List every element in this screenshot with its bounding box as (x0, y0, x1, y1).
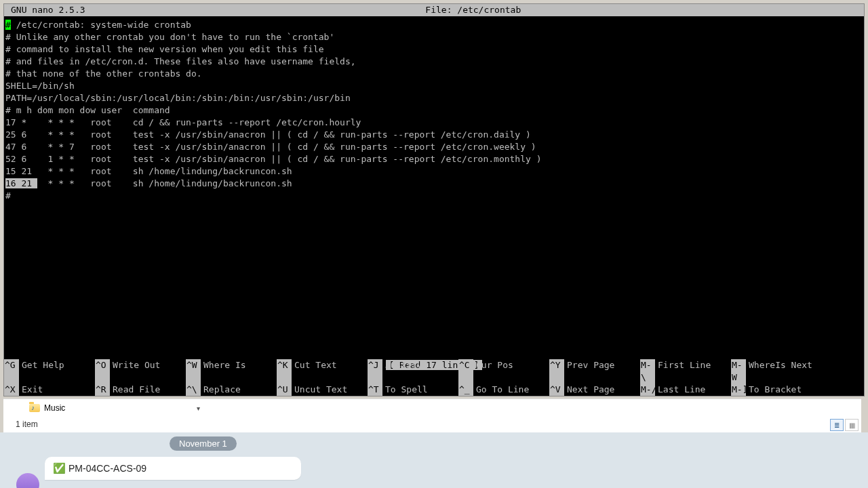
shortcut-label: Justify (382, 359, 422, 384)
shortcut-to-spell[interactable]: ^TTo Spell (368, 384, 458, 396)
check-icon: ✅ (53, 462, 66, 474)
shortcut-label: Uncut Text (292, 384, 347, 396)
editor-line: # m h dom mon dow user command (5, 104, 863, 117)
editor-line: 25 6 * * * root test -x /usr/sbin/anacro… (5, 129, 863, 141)
shortcut-key: ^V (549, 384, 564, 396)
shortcut-prev-page[interactable]: ^YPrev Page (549, 359, 640, 384)
shortcut-justify[interactable]: ^JJustify (368, 359, 458, 384)
shortcut-key: ^J (368, 359, 382, 384)
editor-line: 52 6 1 * * root test -x /usr/sbin/anacro… (5, 153, 863, 165)
nano-app-name: GNU nano 2.5.3 (7, 4, 85, 16)
shortcut-label: Get Help (19, 359, 64, 384)
shortcut-label: Next Page (564, 384, 614, 396)
editor-line: # (5, 190, 863, 202)
editor-line: 17 * * * * root cd / && run-parts --repo… (5, 117, 863, 129)
shortcut-label: To Bracket (746, 384, 802, 396)
chat-panel: November 1 ✅PM-04CC-ACS-09 ↖ (0, 432, 868, 488)
shortcut-label: To Spell (382, 384, 428, 396)
shortcut-cur-pos[interactable]: ^CCur Pos (458, 359, 549, 384)
editor-line: 47 6 * * 7 root test -x /usr/sbin/anacro… (5, 141, 863, 153)
editor-line: # that none of the other crontabs do. (5, 68, 863, 80)
shortcut-uncut-text[interactable]: ^UUncut Text (277, 384, 368, 396)
shortcut-label: Go To Line (473, 384, 529, 396)
shortcut-key: ^W (186, 359, 201, 384)
shortcut-label: Exit (19, 384, 43, 396)
shortcut-key: ^R (95, 384, 110, 396)
view-toggle-group: ≣ ▦ (830, 419, 859, 431)
shortcut-key: ^O (95, 359, 110, 384)
breadcrumb-folder: Music (44, 403, 65, 413)
editor-content[interactable]: # /etc/crontab: system-wide crontab# Unl… (4, 16, 864, 202)
shortcut-label: First Line (655, 359, 711, 384)
shortcut-key: M-/ (640, 384, 655, 396)
shortcut-label: WhereIs Next (746, 359, 812, 384)
explorer-status: 1 item (3, 417, 861, 432)
file-explorer-bar: ♪ Music ▾ 1 item ≣ ▦ (3, 399, 861, 432)
editor-line: PATH=/usr/local/sbin:/usr/local/bin:/sbi… (5, 92, 863, 104)
shortcut-where-is[interactable]: ^WWhere Is (186, 359, 277, 384)
shortcut-key: ^U (277, 384, 292, 396)
chat-date-pill: November 1 (170, 436, 237, 451)
avatar[interactable] (16, 473, 39, 488)
shortcut-key: ^_ (458, 384, 473, 396)
editor-line: # command to install the new version whe… (5, 43, 863, 56)
shortcut-exit[interactable]: ^XExit (4, 384, 95, 396)
view-details-button[interactable]: ≣ (830, 419, 844, 431)
shortcut-next-page[interactable]: ^VNext Page (549, 384, 640, 396)
shortcut-label: Where Is (201, 359, 246, 384)
shortcut-label: Prev Page (564, 359, 614, 384)
editor-line: 15 21 * * * root sh /home/lindung/backru… (5, 165, 863, 178)
shortcut-go-to-line[interactable]: ^_Go To Line (458, 384, 549, 396)
shortcut-key: M-\ (640, 359, 655, 384)
shortcut-label: Cur Pos (473, 359, 513, 384)
shortcut-label: Write Out (110, 359, 160, 384)
shortcut-key: ^C (458, 359, 473, 384)
shortcut-write-out[interactable]: ^OWrite Out (95, 359, 186, 384)
editor-line: 16 21 * * * root sh /home/lindung/backru… (5, 178, 863, 190)
shortcut-label: Last Line (655, 384, 705, 396)
chat-message-text: PM-04CC-ACS-09 (68, 463, 146, 474)
editor-line: SHELL=/bin/sh (5, 80, 863, 92)
shortcut-label: Replace (201, 384, 241, 396)
nano-file-name: File: /etc/crontab (85, 4, 861, 16)
shortcut-get-help[interactable]: ^GGet Help (4, 359, 95, 384)
chat-message[interactable]: ✅PM-04CC-ACS-09 (45, 457, 301, 480)
breadcrumb[interactable]: ♪ Music ▾ (3, 399, 861, 417)
editor-line: # Unlike any other crontab you don't hav… (5, 31, 863, 43)
shortcut-label: Read File (110, 384, 160, 396)
shortcut-key: ^G (4, 359, 19, 384)
shortcut-cut-text[interactable]: ^KCut Text (277, 359, 368, 384)
view-icons-button[interactable]: ▦ (845, 419, 859, 431)
shortcut-label: Cut Text (292, 359, 337, 384)
shortcut-key: ^Y (549, 359, 564, 384)
shortcut-key: ^X (4, 384, 19, 396)
nano-shortcut-bar: ^GGet Help^OWrite Out^WWhere Is^KCut Tex… (4, 359, 864, 396)
terminal-window: GNU nano 2.5.3 File: /etc/crontab # /etc… (3, 3, 865, 396)
shortcut-key: M-] (731, 384, 746, 396)
shortcut-key: M-W (731, 359, 746, 384)
nano-title-bar: GNU nano 2.5.3 File: /etc/crontab (4, 4, 864, 16)
shortcut-to-bracket[interactable]: M-]To Bracket (731, 384, 822, 396)
shortcut-key: ^T (368, 384, 382, 396)
shortcut-key: ^K (277, 359, 292, 384)
shortcut-replace[interactable]: ^\Replace (186, 384, 277, 396)
chevron-down-icon[interactable]: ▾ (197, 405, 200, 412)
folder-icon: ♪ (29, 404, 40, 412)
shortcut-last-line[interactable]: M-/Last Line (640, 384, 731, 396)
shortcut-first-line[interactable]: M-\First Line (640, 359, 731, 384)
shortcut-read-file[interactable]: ^RRead File (95, 384, 186, 396)
shortcut-whereis-next[interactable]: M-WWhereIs Next (731, 359, 822, 384)
editor-line: # /etc/crontab: system-wide crontab (5, 19, 863, 31)
shortcut-key: ^\ (186, 384, 201, 396)
editor-line: # and files in /etc/cron.d. These files … (5, 56, 863, 68)
